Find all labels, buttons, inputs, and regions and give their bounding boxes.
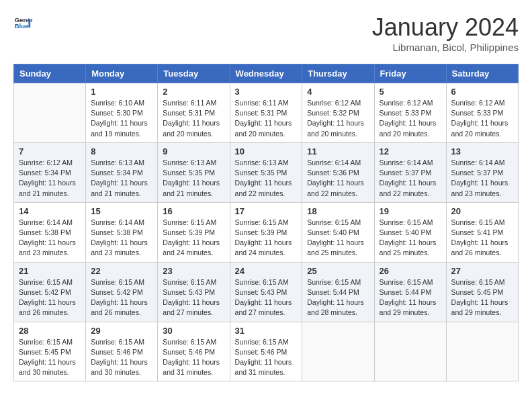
day-number: 28 (19, 326, 81, 336)
weekday-header-thursday: Thursday (302, 64, 374, 83)
calendar-day-cell: 29Sunrise: 6:15 AM Sunset: 5:46 PM Dayli… (86, 322, 158, 381)
calendar-day-cell: 8Sunrise: 6:13 AM Sunset: 5:34 PM Daylig… (86, 142, 158, 202)
day-info: Sunrise: 6:15 AM Sunset: 5:43 PM Dayligh… (235, 277, 298, 318)
calendar-header-row: SundayMondayTuesdayWednesdayThursdayFrid… (14, 64, 519, 83)
day-info: Sunrise: 6:13 AM Sunset: 5:34 PM Dayligh… (91, 158, 152, 199)
day-info: Sunrise: 6:15 AM Sunset: 5:42 PM Dayligh… (19, 277, 81, 318)
day-number: 5 (380, 87, 441, 97)
day-number: 4 (307, 87, 369, 97)
day-info: Sunrise: 6:12 AM Sunset: 5:33 PM Dayligh… (380, 98, 441, 139)
calendar-day-cell: 1Sunrise: 6:10 AM Sunset: 5:30 PM Daylig… (86, 83, 158, 143)
day-info: Sunrise: 6:11 AM Sunset: 5:31 PM Dayligh… (235, 98, 298, 139)
calendar-day-cell: 5Sunrise: 6:12 AM Sunset: 5:33 PM Daylig… (374, 83, 446, 143)
calendar-day-cell: 11Sunrise: 6:14 AM Sunset: 5:36 PM Dayli… (302, 142, 374, 202)
calendar-day-cell: 28Sunrise: 6:15 AM Sunset: 5:45 PM Dayli… (14, 322, 86, 381)
weekday-header-wednesday: Wednesday (230, 64, 302, 83)
day-number: 6 (451, 87, 513, 97)
day-number: 14 (19, 206, 81, 216)
calendar-day-cell: 19Sunrise: 6:15 AM Sunset: 5:40 PM Dayli… (374, 202, 446, 262)
day-info: Sunrise: 6:15 AM Sunset: 5:44 PM Dayligh… (380, 277, 441, 318)
month-year-title: January 2024 (372, 13, 519, 42)
day-number: 24 (235, 266, 298, 276)
day-number: 20 (451, 206, 513, 216)
day-info: Sunrise: 6:15 AM Sunset: 5:46 PM Dayligh… (163, 337, 224, 378)
day-info: Sunrise: 6:15 AM Sunset: 5:40 PM Dayligh… (380, 218, 441, 259)
day-number: 16 (163, 206, 224, 216)
calendar-day-cell (374, 322, 446, 381)
day-number: 8 (91, 146, 152, 156)
calendar-week-row: 28Sunrise: 6:15 AM Sunset: 5:45 PM Dayli… (14, 322, 519, 381)
day-number: 18 (307, 206, 369, 216)
day-info: Sunrise: 6:10 AM Sunset: 5:30 PM Dayligh… (91, 98, 152, 139)
day-number: 31 (235, 326, 298, 336)
day-info: Sunrise: 6:13 AM Sunset: 5:35 PM Dayligh… (163, 158, 224, 199)
calendar-day-cell: 22Sunrise: 6:15 AM Sunset: 5:42 PM Dayli… (86, 262, 158, 322)
day-info: Sunrise: 6:13 AM Sunset: 5:35 PM Dayligh… (235, 158, 298, 199)
calendar-day-cell (302, 322, 374, 381)
calendar-day-cell: 25Sunrise: 6:15 AM Sunset: 5:44 PM Dayli… (302, 262, 374, 322)
day-number: 3 (235, 87, 298, 97)
calendar-day-cell: 6Sunrise: 6:12 AM Sunset: 5:33 PM Daylig… (446, 83, 518, 143)
calendar-day-cell (446, 322, 518, 381)
weekday-header-tuesday: Tuesday (158, 64, 230, 83)
calendar-day-cell: 4Sunrise: 6:12 AM Sunset: 5:32 PM Daylig… (302, 83, 374, 143)
day-number: 11 (307, 146, 369, 156)
day-number: 9 (163, 146, 224, 156)
calendar-day-cell: 21Sunrise: 6:15 AM Sunset: 5:42 PM Dayli… (14, 262, 86, 322)
day-number: 27 (451, 266, 513, 276)
logo: General Blue (13, 13, 32, 32)
calendar-day-cell: 12Sunrise: 6:14 AM Sunset: 5:37 PM Dayli… (374, 142, 446, 202)
day-number: 17 (235, 206, 298, 216)
day-info: Sunrise: 6:15 AM Sunset: 5:41 PM Dayligh… (451, 218, 513, 259)
day-info: Sunrise: 6:15 AM Sunset: 5:39 PM Dayligh… (235, 218, 298, 259)
day-info: Sunrise: 6:14 AM Sunset: 5:38 PM Dayligh… (91, 218, 152, 259)
calendar-day-cell: 23Sunrise: 6:15 AM Sunset: 5:43 PM Dayli… (158, 262, 230, 322)
day-info: Sunrise: 6:15 AM Sunset: 5:40 PM Dayligh… (307, 218, 369, 259)
day-info: Sunrise: 6:14 AM Sunset: 5:38 PM Dayligh… (19, 218, 81, 259)
weekday-header-saturday: Saturday (446, 64, 518, 83)
day-number: 23 (163, 266, 224, 276)
calendar-day-cell: 3Sunrise: 6:11 AM Sunset: 5:31 PM Daylig… (230, 83, 302, 143)
calendar-day-cell: 31Sunrise: 6:15 AM Sunset: 5:46 PM Dayli… (230, 322, 302, 381)
calendar-week-row: 14Sunrise: 6:14 AM Sunset: 5:38 PM Dayli… (14, 202, 519, 262)
calendar-week-row: 7Sunrise: 6:12 AM Sunset: 5:34 PM Daylig… (14, 142, 519, 202)
day-info: Sunrise: 6:15 AM Sunset: 5:44 PM Dayligh… (307, 277, 369, 318)
day-number: 22 (91, 266, 152, 276)
calendar-day-cell: 30Sunrise: 6:15 AM Sunset: 5:46 PM Dayli… (158, 322, 230, 381)
day-number: 26 (380, 266, 441, 276)
weekday-header-friday: Friday (374, 64, 446, 83)
weekday-header-monday: Monday (86, 64, 158, 83)
day-number: 29 (91, 326, 152, 336)
day-number: 10 (235, 146, 298, 156)
calendar-day-cell: 17Sunrise: 6:15 AM Sunset: 5:39 PM Dayli… (230, 202, 302, 262)
calendar-day-cell: 14Sunrise: 6:14 AM Sunset: 5:38 PM Dayli… (14, 202, 86, 262)
calendar-day-cell: 7Sunrise: 6:12 AM Sunset: 5:34 PM Daylig… (14, 142, 86, 202)
svg-text:Blue: Blue (14, 22, 29, 30)
day-info: Sunrise: 6:15 AM Sunset: 5:39 PM Dayligh… (163, 218, 224, 259)
calendar-week-row: 21Sunrise: 6:15 AM Sunset: 5:42 PM Dayli… (14, 262, 519, 322)
day-info: Sunrise: 6:15 AM Sunset: 5:42 PM Dayligh… (91, 277, 152, 318)
page-header: General Blue January 2024 Libmanan, Bico… (13, 13, 519, 53)
day-info: Sunrise: 6:15 AM Sunset: 5:46 PM Dayligh… (91, 337, 152, 378)
calendar-table: SundayMondayTuesdayWednesdayThursdayFrid… (13, 64, 519, 381)
day-info: Sunrise: 6:12 AM Sunset: 5:32 PM Dayligh… (307, 98, 369, 139)
day-number: 21 (19, 266, 81, 276)
calendar-week-row: 1Sunrise: 6:10 AM Sunset: 5:30 PM Daylig… (14, 83, 519, 143)
day-number: 12 (380, 146, 441, 156)
calendar-day-cell: 27Sunrise: 6:15 AM Sunset: 5:45 PM Dayli… (446, 262, 518, 322)
day-number: 25 (307, 266, 369, 276)
day-info: Sunrise: 6:15 AM Sunset: 5:46 PM Dayligh… (235, 337, 298, 378)
day-info: Sunrise: 6:14 AM Sunset: 5:37 PM Dayligh… (380, 158, 441, 199)
calendar-day-cell: 13Sunrise: 6:14 AM Sunset: 5:37 PM Dayli… (446, 142, 518, 202)
day-info: Sunrise: 6:14 AM Sunset: 5:36 PM Dayligh… (307, 158, 369, 199)
location-subtitle: Libmanan, Bicol, Philippines (372, 42, 519, 53)
calendar-day-cell: 2Sunrise: 6:11 AM Sunset: 5:31 PM Daylig… (158, 83, 230, 143)
weekday-header-sunday: Sunday (14, 64, 86, 83)
calendar-day-cell: 16Sunrise: 6:15 AM Sunset: 5:39 PM Dayli… (158, 202, 230, 262)
day-number: 15 (91, 206, 152, 216)
day-number: 13 (451, 146, 513, 156)
day-info: Sunrise: 6:12 AM Sunset: 5:34 PM Dayligh… (19, 158, 81, 199)
day-number: 30 (163, 326, 224, 336)
day-info: Sunrise: 6:11 AM Sunset: 5:31 PM Dayligh… (163, 98, 224, 139)
calendar-day-cell: 10Sunrise: 6:13 AM Sunset: 5:35 PM Dayli… (230, 142, 302, 202)
